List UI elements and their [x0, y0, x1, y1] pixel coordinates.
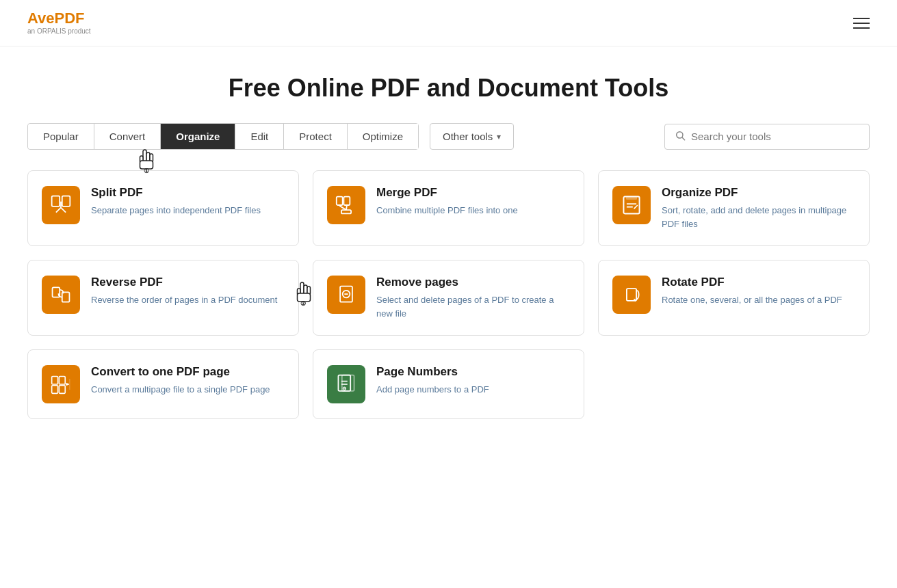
tab-popular[interactable]: Popular — [28, 124, 94, 149]
tool-card-convert-one-page[interactable]: Convert to one PDF page Convert a multip… — [27, 349, 299, 419]
page-title-section: Free Online PDF and Document Tools — [0, 46, 897, 123]
chevron-down-icon: ▾ — [497, 132, 501, 142]
rotate-pdf-title: Rotate PDF — [662, 276, 842, 289]
reverse-pdf-info: Reverse PDF Reverse the order of pages i… — [91, 276, 277, 307]
svg-rect-31 — [52, 386, 58, 394]
remove-pages-icon — [327, 276, 365, 314]
tab-protect[interactable]: Protect — [284, 124, 348, 149]
split-pdf-info: Split PDF Separate pages into independen… — [91, 186, 261, 217]
convert-one-page-title: Convert to one PDF page — [91, 365, 270, 379]
remove-pages-title: Remove pages — [376, 276, 570, 289]
remove-pages-desc: Select and delete pages of a PDF to crea… — [376, 293, 570, 320]
svg-rect-19 — [626, 196, 637, 200]
reverse-pdf-desc: Reverse the order of pages in a PDF docu… — [91, 293, 277, 307]
page-numbers-icon: 1 — [327, 365, 365, 403]
search-box — [664, 124, 870, 150]
tool-card-reverse-pdf[interactable]: Reverse PDF Reverse the order of pages i… — [27, 260, 299, 336]
tool-card-rotate-pdf[interactable]: Rotate PDF Rotate one, several, or all t… — [598, 260, 870, 336]
split-pdf-icon — [42, 186, 80, 224]
split-pdf-title: Split PDF — [91, 186, 261, 200]
svg-rect-17 — [341, 210, 351, 213]
tab-convert[interactable]: Convert — [94, 124, 161, 149]
svg-rect-4 — [150, 154, 153, 162]
split-pdf-desc: Separate pages into independent PDF file… — [91, 204, 261, 217]
merge-pdf-desc: Combine multiple PDF files into one — [376, 204, 518, 217]
rotate-pdf-desc: Rotate one, several, or all the pages of… — [662, 293, 842, 307]
logo-highlight: Ave — [27, 10, 55, 27]
svg-rect-6 — [140, 161, 153, 169]
remove-pages-info: Remove pages Select and delete pages of … — [376, 276, 570, 320]
page-numbers-info: Page Numbers Add page numbers to a PDF — [376, 365, 489, 397]
svg-line-22 — [634, 205, 638, 209]
logo-pdf: PDF — [55, 10, 85, 27]
svg-rect-2 — [143, 150, 146, 162]
svg-rect-28 — [627, 289, 636, 301]
tab-optimize[interactable]: Optimize — [348, 124, 418, 149]
hamburger-menu[interactable] — [853, 18, 870, 29]
reverse-pdf-icon — [42, 276, 80, 314]
svg-line-16 — [346, 206, 347, 210]
other-tools-label: Other tools — [443, 131, 493, 142]
svg-rect-9 — [62, 196, 70, 206]
tools-grid: Split PDF Separate pages into independen… — [0, 170, 897, 446]
merge-pdf-icon — [327, 186, 365, 224]
tool-card-organize-pdf[interactable]: Organize PDF Sort, rotate, add and delet… — [598, 170, 870, 246]
convert-one-page-icon — [42, 365, 80, 403]
search-icon — [675, 130, 686, 144]
tool-card-remove-pages[interactable]: Remove pages Select and delete pages of … — [313, 260, 584, 336]
tab-group: Popular Convert Organize Edit Protect Op… — [27, 123, 419, 150]
svg-rect-32 — [59, 386, 65, 394]
reverse-pdf-title: Reverse PDF — [91, 276, 277, 289]
tab-organize[interactable]: Organize — [161, 124, 235, 149]
organize-pdf-icon — [612, 186, 651, 224]
svg-line-11 — [61, 208, 66, 213]
svg-rect-14 — [343, 197, 350, 205]
tool-card-page-numbers[interactable]: 1 Page Numbers Add page numbers to a PDF — [313, 349, 584, 419]
tabs-bar: Popular Convert Organize Edit Protect Op… — [0, 123, 897, 150]
svg-line-1 — [682, 137, 685, 140]
logo[interactable]: AvePDF an ORPALIS product — [27, 11, 91, 35]
page-title: Free Online PDF and Document Tools — [14, 74, 883, 103]
organize-pdf-title: Organize PDF — [662, 186, 855, 200]
page-numbers-desc: Add page numbers to a PDF — [376, 383, 489, 397]
tab-edit[interactable]: Edit — [235, 124, 284, 149]
svg-rect-3 — [146, 152, 150, 162]
tool-card-merge-pdf[interactable]: Merge PDF Combine multiple PDF files int… — [313, 170, 584, 246]
svg-rect-24 — [62, 292, 70, 302]
rotate-pdf-icon — [612, 276, 651, 314]
svg-rect-8 — [52, 196, 60, 206]
svg-line-10 — [56, 208, 61, 213]
organize-pdf-desc: Sort, rotate, add and delete pages in mu… — [662, 204, 855, 230]
logo-sub: an ORPALIS product — [27, 27, 91, 35]
svg-rect-29 — [52, 376, 58, 384]
convert-one-page-info: Convert to one PDF page Convert a multip… — [91, 365, 270, 397]
merge-pdf-title: Merge PDF — [376, 186, 518, 200]
tool-card-split-pdf[interactable]: Split PDF Separate pages into independen… — [27, 170, 299, 246]
organize-pdf-info: Organize PDF Sort, rotate, add and delet… — [662, 186, 855, 230]
search-input[interactable] — [691, 131, 859, 142]
svg-rect-5 — [140, 156, 144, 163]
tabs-wrapper: Popular Convert Organize Edit Protect Op… — [0, 123, 897, 150]
rotate-pdf-info: Rotate PDF Rotate one, several, or all t… — [662, 276, 842, 307]
merge-pdf-info: Merge PDF Combine multiple PDF files int… — [376, 186, 518, 217]
svg-rect-13 — [337, 197, 343, 205]
svg-rect-30 — [59, 376, 65, 384]
svg-line-15 — [339, 206, 346, 210]
header: AvePDF an ORPALIS product — [0, 0, 897, 46]
svg-text:1: 1 — [343, 388, 345, 390]
tools-section: Split PDF Separate pages into independen… — [0, 170, 897, 446]
other-tools-dropdown[interactable]: Other tools ▾ — [430, 123, 514, 150]
svg-rect-34 — [69, 379, 70, 390]
page-numbers-title: Page Numbers — [376, 365, 489, 379]
convert-one-page-desc: Convert a multipage file to a single PDF… — [91, 383, 270, 397]
